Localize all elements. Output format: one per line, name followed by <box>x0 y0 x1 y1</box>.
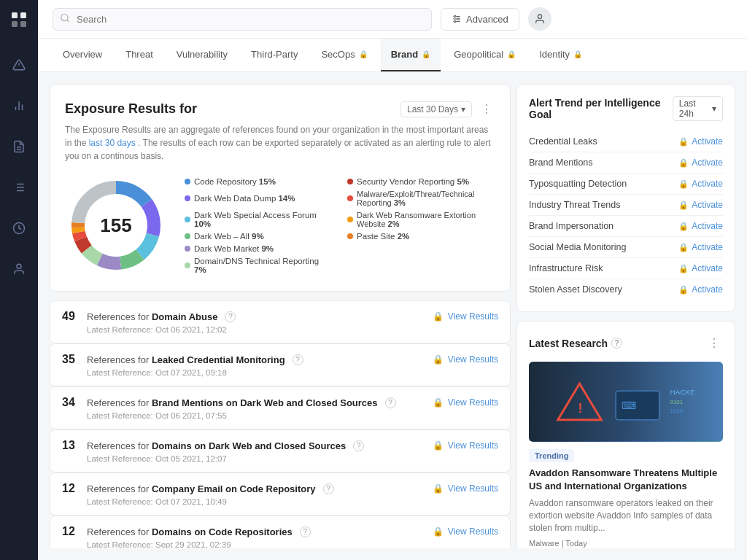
lock-icon: 🔒 <box>678 179 689 189</box>
ref-help-icon[interactable]: ? <box>323 483 334 494</box>
activate-button[interactable]: 🔒 Activate <box>678 136 723 147</box>
reference-item: 49 References for Domain Abuse ? 🔒 View … <box>50 300 511 343</box>
svg-rect-1 <box>20 12 26 18</box>
lock-icon: 🔒 <box>678 158 689 168</box>
ref-help-icon[interactable]: ? <box>293 354 303 365</box>
activate-button[interactable]: 🔒 Activate <box>678 179 723 189</box>
research-category: Malware <box>529 539 560 548</box>
tab-secops[interactable]: SecOps 🔒 <box>311 39 377 71</box>
user-avatar[interactable] <box>528 7 551 31</box>
search-input[interactable] <box>53 8 432 31</box>
legend-item: Malware/Exploit/Threat/TechnicalReportin… <box>347 190 495 207</box>
research-time: Today <box>565 539 587 548</box>
alert-items-list: Credential Leaks 🔒 Activate Brand Mentio… <box>529 131 723 300</box>
research-meta: Malware | Today <box>529 539 723 548</box>
advanced-button[interactable]: Advanced <box>441 8 519 31</box>
desc-link[interactable]: last 30 days <box>89 138 136 148</box>
research-menu-icon[interactable]: ⋮ <box>705 333 723 353</box>
activate-label: Activate <box>692 263 723 273</box>
research-article-title[interactable]: Avaddon Ransomware Threatens Multiple US… <box>529 467 723 493</box>
activate-label: Activate <box>692 158 723 168</box>
alert-row: Industry Threat Trends 🔒 Activate <box>529 195 723 216</box>
reference-item: 34 References for Brand Mentions on Dark… <box>50 386 511 429</box>
lock-icon: 🔒 <box>678 222 689 231</box>
ref-help-icon[interactable]: ? <box>385 397 396 408</box>
reference-item: 13 References for Domains on Dark Web an… <box>50 429 511 472</box>
activate-button[interactable]: 🔒 Activate <box>678 263 723 273</box>
alert-trend-card: Alert Trend per Intelligence Goal Last 2… <box>516 84 735 312</box>
activate-button[interactable]: 🔒 Activate <box>678 200 723 210</box>
tab-vulnerability[interactable]: Vulnerability <box>166 39 238 71</box>
legend-item: Dark Web Special Access Forum 10% <box>185 211 333 228</box>
svg-rect-2 <box>12 21 18 27</box>
tab-third-party[interactable]: Third-Party <box>241 39 308 71</box>
body-area: Exposure Results for Last 30 Days ▾ ⋮ Th… <box>38 72 747 560</box>
ref-count: 34 <box>62 396 80 409</box>
legend-item: Paste Site 2% <box>347 232 495 241</box>
view-results-link[interactable]: 🔒 View Results <box>433 440 498 451</box>
research-snippet: Avaddon ransomware operators leaked on t… <box>529 497 723 534</box>
ref-count: 35 <box>62 353 80 366</box>
tab-overview[interactable]: Overview <box>53 39 112 71</box>
date-range-badge[interactable]: Last 30 Days ▾ <box>400 101 472 117</box>
svg-rect-3 <box>20 21 26 27</box>
activate-label: Activate <box>692 284 723 295</box>
sidebar <box>0 0 38 560</box>
ref-count: 13 <box>62 439 80 452</box>
view-results-link[interactable]: 🔒 View Results <box>433 526 498 537</box>
exposure-card: Exposure Results for Last 30 Days ▾ ⋮ Th… <box>50 84 511 292</box>
main-content: Advanced Overview Threat Vulnerability T… <box>38 0 747 560</box>
sidebar-icon-alert[interactable] <box>6 52 32 78</box>
ref-date: Latest Reference: Oct 05 2021, 12:07 <box>87 454 498 463</box>
tab-threat[interactable]: Threat <box>115 39 163 71</box>
view-results-link[interactable]: 🔒 View Results <box>433 483 498 494</box>
ref-lock-icon: 🔒 <box>433 397 444 408</box>
svg-point-25 <box>457 18 459 20</box>
ref-date: Latest Reference: Oct 06 2021, 07:55 <box>87 411 498 420</box>
chevron-down-icon: ▾ <box>712 104 716 114</box>
sidebar-icon-list[interactable] <box>6 174 32 201</box>
view-label: View Results <box>448 526 498 537</box>
brand-lock-icon: 🔒 <box>422 50 430 58</box>
view-results-link[interactable]: 🔒 View Results <box>433 354 498 365</box>
legend-item: Domain/DNS Technical Reporting 7% <box>185 257 333 274</box>
ref-date: Latest Reference: Oct 07 2021, 10:49 <box>87 497 498 506</box>
activate-button[interactable]: 🔒 Activate <box>678 284 723 295</box>
ref-help-icon[interactable]: ? <box>353 440 364 451</box>
research-help-icon[interactable]: ? <box>611 338 622 349</box>
tab-geopolitical[interactable]: Geopolitical 🔒 <box>444 39 526 71</box>
time-range-label: Last 24h <box>679 98 709 119</box>
svg-point-18 <box>17 264 21 268</box>
sidebar-icon-chart[interactable] <box>6 93 32 119</box>
sidebar-icon-document[interactable] <box>6 133 32 160</box>
svg-text:0101: 0101 <box>670 399 684 405</box>
chevron-down-icon: ▾ <box>461 104 465 114</box>
lock-icon: 🔒 <box>678 264 689 273</box>
ref-count: 12 <box>62 525 80 538</box>
tab-brand[interactable]: Brand 🔒 <box>381 39 441 71</box>
sidebar-icon-person[interactable] <box>6 256 32 282</box>
alert-name: Brand Mentions <box>529 158 593 168</box>
geopolitical-lock-icon: 🔒 <box>507 50 516 58</box>
time-range-badge[interactable]: Last 24h ▾ <box>673 96 723 121</box>
ref-label: References for Domain Abuse <box>87 311 217 322</box>
view-results-link[interactable]: 🔒 View Results <box>433 311 498 322</box>
alert-name: Credential Leaks <box>529 136 597 147</box>
view-results-link[interactable]: 🔒 View Results <box>433 397 498 408</box>
activate-button[interactable]: 🔒 Activate <box>678 158 723 168</box>
menu-dots-icon[interactable]: ⋮ <box>478 99 495 119</box>
alert-name: Typosquatting Detection <box>529 179 627 189</box>
donut-chart: 155 <box>65 174 167 276</box>
alert-name: Stolen Asset Discovery <box>529 284 622 295</box>
trending-badge: Trending <box>529 449 574 462</box>
svg-text:⌨: ⌨ <box>622 400 636 411</box>
svg-text:!: ! <box>578 401 582 416</box>
alert-trend-title: Alert Trend per Intelligence Goal <box>529 97 673 120</box>
ref-help-icon[interactable]: ? <box>300 526 311 537</box>
activate-button[interactable]: 🔒 Activate <box>678 221 723 231</box>
tab-identity[interactable]: Identity 🔒 <box>529 39 592 71</box>
sidebar-icon-clock[interactable] <box>6 215 32 241</box>
activate-button[interactable]: 🔒 Activate <box>678 242 723 252</box>
alert-name: Social Media Monitoring <box>529 242 626 252</box>
ref-help-icon[interactable]: ? <box>225 311 236 322</box>
